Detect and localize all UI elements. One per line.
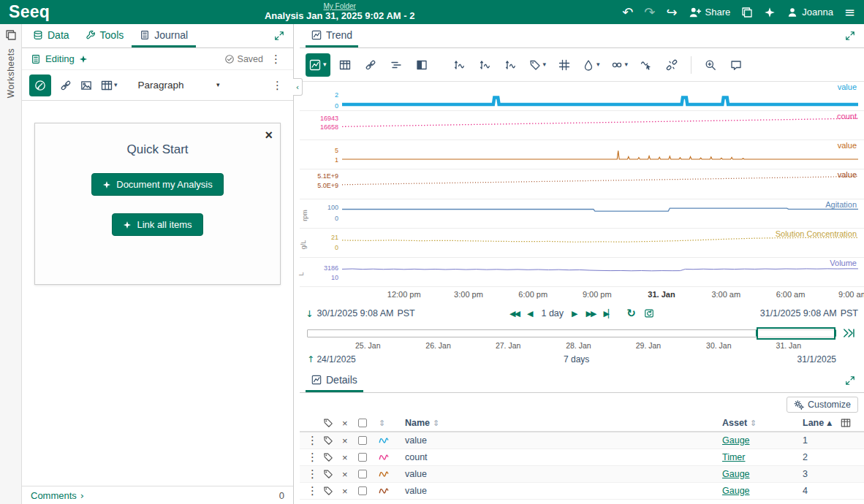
lane-plot[interactable]: Agitation — [342, 199, 858, 228]
lane-plot[interactable]: value — [342, 82, 858, 110]
row-tag-icon[interactable] — [323, 486, 342, 496]
asset-link[interactable]: Gauge — [722, 486, 803, 496]
comments-bar[interactable]: Comments › 0 — [22, 486, 293, 504]
row-remove-icon[interactable]: × — [342, 452, 358, 463]
column-header-asset[interactable]: Asset⇕ — [722, 418, 803, 428]
display-range-end[interactable]: 31/1/2025 9:08 AM — [760, 308, 837, 318]
labels-button[interactable]: ▾ — [526, 53, 550, 77]
row-remove-icon[interactable]: × — [342, 435, 358, 446]
asset-link[interactable]: Gauge — [722, 435, 803, 446]
trend-view-button[interactable]: ▾ — [306, 53, 330, 77]
customize-button[interactable]: Customize — [787, 397, 858, 413]
tab-journal[interactable]: Journal — [132, 24, 196, 47]
column-settings-icon[interactable] — [841, 418, 860, 428]
compare-button[interactable] — [411, 53, 433, 77]
ai-assistant-button[interactable] — [764, 7, 776, 18]
main-menu-button[interactable]: ≡ — [844, 6, 855, 19]
row-menu-button[interactable]: ⋮ — [304, 484, 323, 497]
expand-details-button[interactable] — [839, 375, 858, 386]
display-range-start[interactable]: 30/1/2025 9:08 AM — [317, 308, 393, 318]
forward-button[interactable]: ↪ — [666, 6, 677, 19]
worksheet-organizer-button[interactable] — [741, 7, 753, 18]
step-back-half-button[interactable]: ◀◀ — [509, 309, 519, 318]
insert-image-button[interactable] — [80, 80, 92, 91]
table-view-button[interactable] — [334, 53, 356, 77]
document-my-analysis-button[interactable]: Document my Analysis — [91, 173, 224, 196]
insert-table-button[interactable]: ▾ — [101, 80, 118, 91]
lane-plot[interactable]: count — [342, 111, 858, 140]
checkbox[interactable] — [358, 453, 367, 462]
format-select[interactable]: Paragraph ▾ — [138, 80, 220, 91]
user-menu[interactable]: Joanna — [787, 7, 833, 18]
tab-tools[interactable]: Tools — [77, 24, 132, 47]
timebar-end-date[interactable]: 31/1/2025 — [797, 354, 836, 364]
row-remove-icon[interactable]: × — [342, 486, 358, 497]
row-tag-icon[interactable] — [323, 469, 342, 479]
column-header-lane[interactable]: Lane▲ — [803, 418, 841, 428]
row-checkbox[interactable] — [358, 436, 379, 445]
lane-auto-button[interactable] — [474, 53, 496, 77]
column-header-name[interactable]: Name⇕ — [405, 418, 722, 428]
worksheets-rail[interactable]: Worksheets — [0, 24, 22, 504]
row-menu-button[interactable]: ⋮ — [304, 467, 323, 481]
link-all-items-button[interactable]: Link all items — [112, 213, 202, 236]
lane-plot[interactable]: Volume — [342, 258, 858, 286]
journal-menu-button[interactable]: ⋮ — [268, 53, 284, 66]
expand-panel-button[interactable] — [268, 24, 290, 47]
duration-label[interactable]: 1 day — [541, 308, 564, 318]
signal-row[interactable]: ⋮×valueGauge4 — [300, 483, 864, 500]
row-checkbox[interactable] — [358, 486, 379, 495]
tab-data[interactable]: Data — [25, 24, 77, 47]
lane-custom-button[interactable] — [500, 53, 522, 77]
dimming-button[interactable] — [635, 53, 657, 77]
step-to-end-button[interactable]: ▶▏ — [603, 309, 613, 318]
row-remove-icon[interactable]: × — [342, 469, 358, 480]
step-forward-button[interactable]: ▶ — [572, 309, 577, 318]
zoom-button[interactable] — [700, 53, 721, 77]
trend-lanes[interactable]: 20value1694316658count51value5.1E+95.0E+… — [300, 82, 864, 287]
signal-row[interactable]: ⋮×valueGauge1 — [300, 432, 864, 449]
tab-details[interactable]: Details — [306, 369, 363, 392]
break-link-button[interactable] — [661, 53, 683, 77]
jump-to-now-button[interactable] — [842, 327, 857, 340]
capsule-time-button[interactable] — [385, 53, 407, 77]
row-menu-button[interactable]: ⋮ — [304, 451, 323, 464]
gridlines-button[interactable] — [553, 53, 575, 77]
step-forward-half-button[interactable]: ▶▶ — [586, 309, 596, 318]
timebar-window-label[interactable]: 7 days — [564, 354, 589, 364]
row-checkbox[interactable] — [358, 470, 379, 478]
asset-link[interactable]: Timer — [722, 452, 803, 462]
tag-all-icon[interactable] — [323, 418, 342, 428]
connect-button[interactable]: ▾ — [607, 53, 632, 77]
checkbox[interactable] — [358, 470, 367, 478]
signal-row[interactable]: ⋮×valueGauge3 — [300, 466, 864, 483]
signal-row[interactable]: ⋮×countTimer2 — [300, 449, 864, 466]
remove-all-icon[interactable]: × — [342, 418, 358, 429]
close-icon[interactable]: × — [265, 128, 273, 143]
row-tag-icon[interactable] — [323, 452, 342, 462]
sparkle-icon[interactable] — [79, 55, 88, 64]
auto-update-button[interactable] — [644, 308, 654, 318]
redo-button[interactable]: ↷ — [644, 6, 655, 19]
row-menu-button[interactable]: ⋮ — [304, 434, 323, 447]
step-back-button[interactable]: ◀ — [527, 309, 533, 318]
checkbox[interactable] — [358, 436, 367, 445]
undo-button[interactable]: ↶ — [622, 6, 633, 19]
row-checkbox[interactable] — [358, 453, 379, 462]
highlight-tool-button[interactable] — [29, 75, 51, 96]
editor-menu-button[interactable]: ⋮ — [269, 79, 286, 92]
timebar-track[interactable] — [307, 329, 836, 337]
refresh-button[interactable]: ↻ — [626, 307, 636, 320]
share-button[interactable]: Share — [689, 6, 731, 19]
annotate-button[interactable] — [725, 53, 747, 77]
timebar-start-date[interactable]: 24/1/2025 — [317, 354, 355, 364]
asset-link[interactable]: Gauge — [722, 469, 803, 479]
insert-link-button[interactable] — [60, 80, 72, 91]
checkbox[interactable] — [358, 486, 367, 495]
lane-plot[interactable]: Solution Concentration — [342, 229, 858, 257]
seeq-logo[interactable]: Seeq — [9, 2, 50, 22]
select-all-checkbox[interactable] — [358, 419, 379, 427]
expand-trend-button[interactable] — [839, 31, 858, 41]
chain-view-button[interactable] — [360, 53, 382, 77]
row-tag-icon[interactable] — [323, 435, 342, 446]
